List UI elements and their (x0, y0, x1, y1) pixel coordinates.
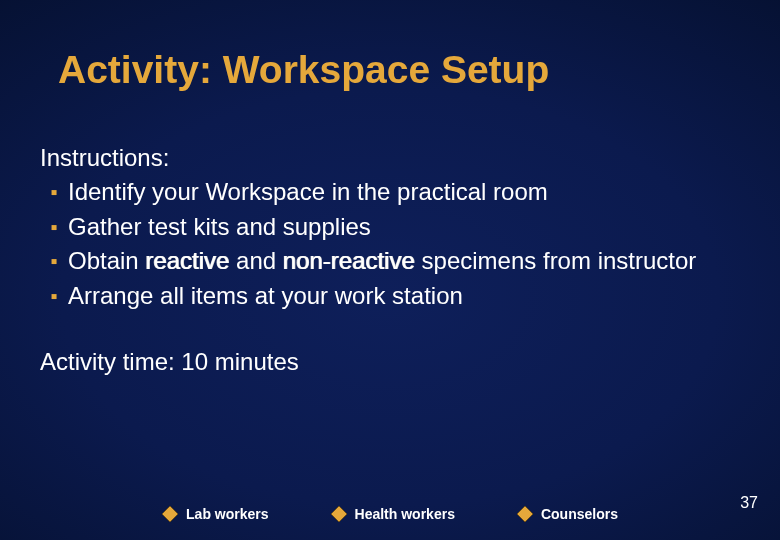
slide-title: Activity: Workspace Setup (58, 48, 549, 92)
legend: Lab workers Health workers Counselors (0, 506, 780, 522)
activity-time: Activity time: 10 minutes (40, 346, 740, 378)
legend-item-lab: Lab workers (162, 506, 268, 522)
slide: Activity: Workspace Setup Instructions: … (0, 0, 780, 540)
instructions-label: Instructions: (40, 142, 740, 174)
diamond-icon (517, 506, 533, 522)
bullet-icon: ▪ (40, 245, 68, 277)
list-item: ▪ Obtain reactive and non-reactive speci… (40, 245, 740, 277)
bullet-text: Obtain reactive and non-reactive specime… (68, 245, 740, 277)
svg-marker-1 (331, 506, 347, 522)
list-item: ▪ Arrange all items at your work station (40, 280, 740, 312)
bullet-prefix: Obtain (68, 247, 145, 274)
emphasis-reactive: reactive (145, 247, 229, 274)
bullet-icon: ▪ (40, 176, 68, 208)
bullet-icon: ▪ (40, 211, 68, 243)
svg-marker-2 (517, 506, 533, 522)
diamond-icon (331, 506, 347, 522)
legend-item-counselors: Counselors (517, 506, 618, 522)
svg-marker-0 (162, 506, 178, 522)
legend-label: Counselors (541, 506, 618, 522)
legend-label: Health workers (355, 506, 455, 522)
list-item: ▪ Identify your Workspace in the practic… (40, 176, 740, 208)
bullet-text: Gather test kits and supplies (68, 211, 740, 243)
bullet-suffix: specimens from instructor (415, 247, 696, 274)
emphasis-nonreactive: non-reactive (283, 247, 415, 274)
slide-body: Instructions: ▪ Identify your Workspace … (40, 142, 740, 378)
diamond-icon (162, 506, 178, 522)
list-item: ▪ Gather test kits and supplies (40, 211, 740, 243)
instructions-list: ▪ Identify your Workspace in the practic… (40, 176, 740, 312)
bullet-middle: and (229, 247, 282, 274)
page-number: 37 (740, 494, 758, 512)
bullet-text: Identify your Workspace in the practical… (68, 176, 740, 208)
legend-label: Lab workers (186, 506, 268, 522)
legend-item-health: Health workers (331, 506, 455, 522)
bullet-icon: ▪ (40, 280, 68, 312)
bullet-text: Arrange all items at your work station (68, 280, 740, 312)
